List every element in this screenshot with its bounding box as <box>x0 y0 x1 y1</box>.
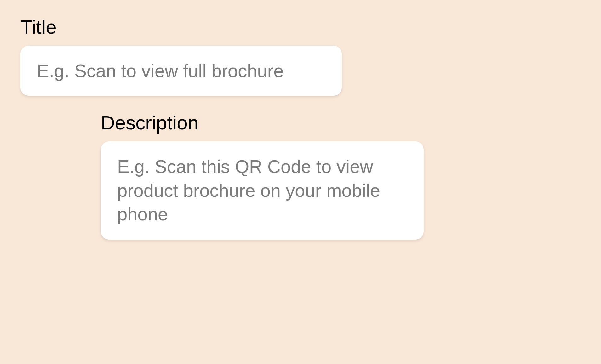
description-input[interactable] <box>101 141 424 240</box>
description-label: Description <box>101 111 581 134</box>
description-field-group: Description <box>101 111 581 240</box>
title-field-group: Title <box>20 16 581 96</box>
form-container: Title Description <box>0 0 601 255</box>
title-label: Title <box>20 16 581 38</box>
title-input[interactable] <box>20 46 342 96</box>
